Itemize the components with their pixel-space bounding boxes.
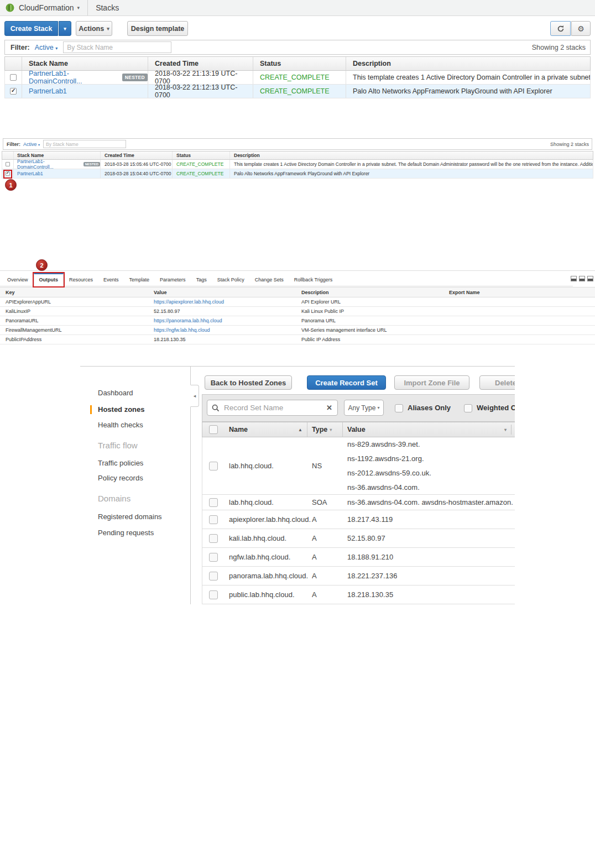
tab-events[interactable]: Events	[98, 274, 124, 286]
output-value-link[interactable]: https://apiexplorer.lab.hhq.cloud	[154, 299, 224, 305]
stack-name-link[interactable]: PartnerLab1-DomainControll...	[17, 159, 81, 170]
stack-name-search-input[interactable]	[43, 140, 126, 148]
header-key: Key	[0, 290, 148, 295]
checkbox-highlight-annotation	[3, 170, 12, 179]
actions-label: Actions	[79, 25, 104, 33]
showing-stacks-count: Showing 2 stacks	[532, 44, 586, 51]
output-value-link[interactable]: https://panorama.lab.hhq.cloud	[154, 318, 222, 323]
header-stack-name[interactable]: Stack Name	[22, 57, 148, 70]
record-row[interactable]: lab.hhq.cloud. NS ns-829.awsdns-39.net. …	[202, 437, 515, 495]
record-set-search-box[interactable]: ✕	[207, 400, 338, 416]
created-time-cell: 2018-03-28 15:04:40 UTC-0700	[100, 169, 172, 178]
header-value[interactable]: Value ▾	[343, 422, 515, 437]
row-checkbox[interactable]	[10, 88, 17, 95]
header-name-label: Name	[229, 426, 248, 433]
tab-parameters[interactable]: Parameters	[155, 274, 191, 286]
tab-rollback-triggers[interactable]: Rollback Triggers	[289, 274, 338, 286]
row-checkbox[interactable]	[209, 534, 218, 543]
stacks-table-header: Stack Name Created Time Status Descripti…	[2, 151, 593, 160]
header-status[interactable]: Status	[253, 57, 346, 70]
output-value-link[interactable]: https://ngfw.lab.hhq.cloud	[154, 327, 210, 333]
sidebar-item-health-checks[interactable]: Health checks	[80, 420, 190, 431]
clear-search-icon[interactable]: ✕	[326, 404, 332, 412]
refresh-button[interactable]	[550, 21, 571, 36]
table-row[interactable]: PartnerLab1 2018-03-28 15:04:40 UTC-0700…	[2, 169, 593, 179]
record-set-filter-panel: ✕ Any Type ▾ Aliases Only Weighted Only	[202, 394, 515, 422]
header-name[interactable]: Name ▲	[225, 422, 307, 437]
filter-active-value: Active	[23, 142, 37, 147]
header-created-time[interactable]: Created Time	[100, 151, 172, 159]
record-value-line: ns-36.awsdns-04.com.	[347, 480, 431, 495]
actions-button[interactable]: Actions ▾	[76, 21, 112, 36]
header-status[interactable]: Status	[172, 151, 229, 159]
sidebar-item-policy-records[interactable]: Policy records	[80, 473, 190, 484]
stack-name-search-input[interactable]	[63, 41, 171, 53]
row-checkbox[interactable]	[209, 462, 218, 470]
created-time-cell: 2018-03-22 21:12:13 UTC-0700	[148, 85, 253, 98]
select-all-checkbox[interactable]	[209, 425, 218, 434]
create-stack-button[interactable]: Create Stack	[4, 21, 58, 36]
header-created-time[interactable]: Created Time	[148, 57, 253, 70]
tab-resources[interactable]: Resources	[64, 274, 98, 286]
sidebar-item-traffic-policies[interactable]: Traffic policies	[80, 458, 190, 469]
sidebar-item-registered-domains[interactable]: Registered domains	[80, 511, 190, 522]
record-row[interactable]: kali.lab.hhq.cloud. A 52.15.80.97	[202, 529, 515, 548]
outputs-table: Key Value Description Export Name APIExp…	[0, 287, 595, 344]
layout-split-icon[interactable]	[587, 276, 593, 281]
record-name: apiexplorer.lab.hhq.cloud.	[225, 515, 307, 524]
layout-split-icon[interactable]	[579, 276, 585, 281]
header-description[interactable]: Description	[346, 57, 590, 70]
design-template-button[interactable]: Design template	[127, 21, 188, 36]
filter-caret-icon: ▾	[55, 46, 58, 51]
sidebar-item-dashboard[interactable]: Dashboard	[80, 388, 190, 399]
record-row[interactable]: apiexplorer.lab.hhq.cloud. A 18.217.43.1…	[202, 510, 515, 529]
table-row[interactable]: PartnerLab1-DomainControll... NESTED 201…	[4, 71, 591, 85]
section-divider	[0, 270, 595, 271]
stack-name-link[interactable]: PartnerLab1	[17, 171, 43, 176]
delete-record-set-button[interactable]: Delete Record Set	[479, 375, 515, 390]
stack-name-link[interactable]: PartnerLab1-DomainControll...	[29, 70, 118, 85]
record-row[interactable]: ngfw.lab.hhq.cloud. A 18.188.91.210	[202, 548, 515, 567]
row-checkbox[interactable]	[209, 590, 218, 599]
row-checkbox[interactable]	[209, 553, 218, 562]
tab-tags[interactable]: Tags	[191, 274, 212, 286]
filter-active-dropdown[interactable]: Active ▾	[23, 142, 40, 147]
sidebar-collapse-button[interactable]: ◂	[190, 385, 199, 407]
filter-active-dropdown[interactable]: Active ▾	[35, 44, 58, 51]
sidebar-item-pending-requests[interactable]: Pending requests	[80, 527, 190, 538]
service-menu-label[interactable]: CloudFormation	[19, 3, 74, 12]
row-checkbox[interactable]	[209, 572, 218, 581]
weighted-only-checkbox[interactable]	[464, 404, 472, 412]
aliases-only-checkbox[interactable]	[395, 404, 403, 412]
record-type-filter-dropdown[interactable]: Any Type ▾	[344, 400, 384, 416]
record-set-name-input[interactable]	[223, 403, 321, 412]
record-row[interactable]: lab.hhq.cloud. SOA ns-36.awsdns-04.com. …	[202, 495, 515, 510]
tab-outputs[interactable]: Outputs	[34, 273, 64, 286]
header-description[interactable]: Description	[229, 151, 593, 159]
sidebar-item-hosted-zones[interactable]: Hosted zones	[80, 404, 190, 415]
status-badge: CREATE_COMPLETE	[176, 171, 223, 176]
create-stack-dropdown-button[interactable]: ▾	[59, 21, 71, 36]
record-row[interactable]: panorama.lab.hhq.cloud. A 18.221.237.136	[202, 567, 515, 585]
header-stack-name[interactable]: Stack Name	[13, 151, 100, 159]
stack-name-link[interactable]: PartnerLab1	[29, 87, 67, 95]
settings-button[interactable]: ⚙	[571, 21, 591, 36]
tab-change-sets[interactable]: Change Sets	[250, 274, 289, 286]
row-checkbox[interactable]	[209, 498, 218, 507]
header-type[interactable]: Type ▾	[307, 422, 343, 437]
stack-detail-tabs: Overview Outputs Resources Events Templa…	[0, 274, 573, 286]
layout-split-icon[interactable]	[571, 276, 577, 281]
tab-stack-policy[interactable]: Stack Policy	[212, 274, 249, 286]
import-zone-file-button[interactable]: Import Zone File	[394, 375, 469, 390]
tab-template[interactable]: Template	[124, 274, 155, 286]
table-row[interactable]: PartnerLab1 2018-03-22 21:12:13 UTC-0700…	[4, 85, 591, 98]
row-checkbox[interactable]	[209, 515, 218, 524]
back-to-hosted-zones-button[interactable]: Back to Hosted Zones	[205, 375, 292, 390]
row-checkbox[interactable]	[6, 162, 10, 166]
row-checkbox[interactable]	[10, 74, 17, 81]
record-row[interactable]: public.lab.hhq.cloud. A 18.218.130.35	[202, 585, 515, 604]
tab-overview[interactable]: Overview	[2, 274, 33, 286]
table-row[interactable]: PartnerLab1-DomainControll... NESTED 201…	[2, 160, 593, 169]
create-record-set-button[interactable]: Create Record Set	[307, 375, 386, 390]
outputs-table-header: Key Value Description Export Name	[0, 287, 595, 297]
